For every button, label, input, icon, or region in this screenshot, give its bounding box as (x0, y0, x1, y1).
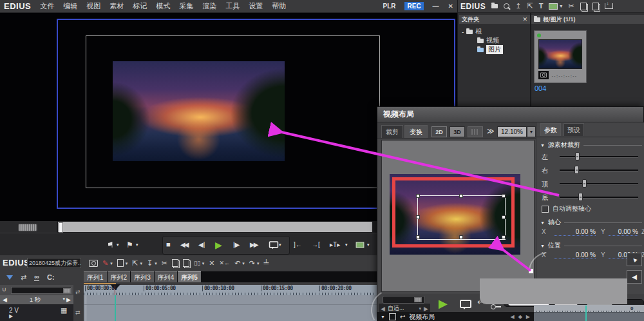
right-icon[interactable]: ▶ (424, 306, 428, 312)
sync-icon[interactable]: ⇄ (75, 309, 80, 316)
set-out-dropdown-icon[interactable]: ▾ (136, 238, 138, 251)
pivot-x-value[interactable]: 0.00 % (554, 228, 596, 236)
expand-icon[interactable]: ▼ (381, 315, 385, 319)
crop-bottom-slider[interactable] (560, 193, 638, 201)
handle-top-right[interactable] (502, 194, 506, 198)
clip-thumbnail[interactable] (538, 39, 582, 69)
keyframe-playhead-line[interactable] (585, 306, 587, 321)
slider-handle[interactable] (578, 193, 583, 201)
menu-tools[interactable]: 工具 (225, 1, 240, 11)
expand-toolbar-icon[interactable]: ≫ (487, 128, 495, 135)
timeline-zoom-handle[interactable] (63, 288, 71, 293)
handle-top-center[interactable] (459, 194, 463, 198)
export-frame-button[interactable]: ▸T▸ (330, 238, 340, 251)
snap-magnet-icon[interactable]: C: (47, 274, 55, 281)
sync-icon[interactable]: ⇄ (75, 289, 80, 295)
track-expand-icon[interactable]: ▶ (9, 314, 13, 319)
timeline-tracks-area[interactable] (84, 295, 377, 321)
next-frame-button[interactable]: |▶ (233, 238, 240, 251)
export-dropdown-icon[interactable]: ▾ (345, 238, 348, 251)
crop-top-slider[interactable] (560, 179, 638, 188)
redo-dropdown-icon[interactable]: ▾ (257, 261, 260, 266)
title-tool-icon[interactable]: T (539, 3, 544, 10)
mode-3d-button[interactable]: 3D (450, 126, 465, 137)
collapse-icon[interactable]: ▼ (540, 244, 545, 248)
track-header-2v[interactable]: 2 V ▦ ▶ (0, 304, 73, 321)
layout-canvas[interactable] (381, 140, 535, 292)
replace-dropdown-icon[interactable]: ▾ (202, 261, 205, 266)
tab-sequence-4[interactable]: 序列4 (155, 271, 178, 282)
search-icon[interactable] (504, 3, 509, 9)
crop-left-slider[interactable] (560, 152, 638, 160)
tree-item-video[interactable]: 视频 (459, 36, 530, 45)
left-icon[interactable]: ◀ (381, 306, 385, 312)
play-button[interactable]: ▶ (215, 238, 222, 251)
handle-mid-left[interactable] (416, 215, 420, 219)
tree-item-picture[interactable]: 图片 (459, 45, 530, 54)
scrollbar-thumb[interactable] (59, 222, 63, 233)
open-folder-icon[interactable] (491, 4, 498, 8)
plr-button[interactable]: PLR (383, 3, 395, 10)
tab-sequence-1[interactable]: 序列1 (84, 271, 107, 282)
tab-crop[interactable]: 裁剪 (381, 125, 403, 138)
cut-clip-icon[interactable]: ✂ (162, 260, 167, 267)
tab-sequence-3[interactable]: 序列3 (131, 271, 154, 282)
capture-icon[interactable] (549, 3, 558, 10)
mode-2d-button[interactable]: 2D (431, 126, 447, 137)
capture-dropdown-icon[interactable]: ▾ (560, 4, 562, 9)
zoom-out-icon[interactable]: ◀ (3, 297, 7, 303)
replace-clip-icon[interactable]: ▯▯ (194, 260, 200, 266)
section-position[interactable]: ▼ 位置 (540, 241, 642, 250)
open-project-icon[interactable]: ⇱ (132, 260, 138, 267)
preview-image[interactable] (113, 61, 285, 161)
paste-icon[interactable] (592, 3, 599, 10)
stop-button[interactable]: ■ (166, 238, 171, 251)
handle-bottom-left[interactable] (416, 235, 420, 239)
handle-top-left[interactable] (416, 194, 420, 198)
canvas-zoom-slider[interactable] (383, 296, 425, 304)
fast-forward-button[interactable]: ▶▶ (250, 238, 257, 251)
set-in-point-button[interactable]: ⚑ (107, 238, 114, 251)
dialog-loop-button[interactable] (460, 299, 471, 311)
clip-name-label[interactable]: 004 (535, 84, 546, 92)
delete-icon[interactable]: ✕ (209, 260, 214, 267)
menu-capture[interactable]: 采集 (179, 1, 193, 11)
snapshot-icon[interactable] (89, 260, 98, 267)
zoom-dropdown-icon[interactable]: ▾ (63, 297, 66, 303)
keyframe-track[interactable] (534, 312, 644, 321)
slider-handle[interactable] (574, 166, 579, 174)
save-dropdown-icon[interactable]: ▾ (155, 261, 157, 266)
up-folder-icon[interactable]: ↥ (515, 3, 521, 10)
keyframe-icon[interactable] (491, 304, 501, 309)
handle-mid-right[interactable] (502, 215, 506, 219)
pivot-y-value[interactable]: 0.00 % (609, 228, 638, 236)
canvas-zoom-value[interactable]: 12.10% (497, 126, 527, 137)
tab-sequence-2[interactable]: 序列2 (108, 271, 131, 282)
dialog-play-button[interactable]: ▶ (439, 297, 448, 311)
canvas-zoom-handle[interactable] (414, 297, 422, 302)
menu-view[interactable]: 视图 (86, 1, 100, 11)
output-button[interactable] (355, 238, 365, 251)
paste-clip-icon[interactable] (183, 259, 189, 267)
timeline-zoom-slider[interactable] (11, 287, 71, 294)
prev-keyframe-icon[interactable]: ◀ (511, 314, 515, 320)
tab-presets[interactable]: 预设 (564, 123, 584, 136)
zoom-level-label[interactable]: 1 秒 (30, 296, 41, 304)
copy-clip-icon[interactable] (172, 259, 178, 267)
undo-icon[interactable]: ↶ (234, 260, 240, 267)
add-keyframe-icon[interactable]: ◆ (518, 314, 522, 320)
nav-up-left-button[interactable]: ▲ (627, 253, 642, 266)
tree-collapse-icon[interactable]: - (462, 28, 464, 35)
clip-card[interactable]: --:--:--:-- (534, 30, 587, 83)
shuttle-slider[interactable] (18, 224, 37, 231)
menu-mode[interactable]: 模式 (156, 1, 170, 11)
collapse-icon[interactable]: ▼ (540, 143, 545, 148)
ripple-delete-icon[interactable]: ✕← (220, 260, 231, 266)
timeline-ruler[interactable]: 00:00:00:00 00:00:05:00 00:00:10:00 00:0… (84, 285, 377, 295)
collapse-icon[interactable]: ▼ (540, 220, 545, 225)
loop-playback-button[interactable] (268, 238, 279, 251)
menu-marker[interactable]: 标记 (133, 1, 147, 11)
position-x-value[interactable]: 0.00 % (554, 251, 596, 259)
mode-extra-button[interactable] (468, 126, 483, 137)
reset-icon[interactable]: ↩ (400, 313, 405, 320)
